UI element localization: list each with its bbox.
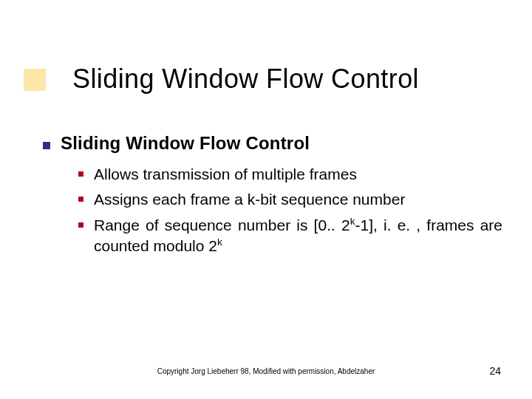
page-number: 24	[489, 365, 501, 377]
point-text: Assigns each frame a k-bit sequence numb…	[94, 189, 502, 210]
list-item: Assigns each frame a k-bit sequence numb…	[78, 189, 502, 210]
square-bullet-icon	[78, 171, 83, 177]
heading-text: Sliding Window Flow Control	[61, 133, 310, 154]
copyright-footer: Copyright Jorg Liebeherr 98, Modified wi…	[0, 367, 532, 375]
list-item: Allows transmission of multiple frames	[78, 164, 502, 185]
slide-title: Sliding Window Flow Control	[72, 64, 419, 95]
slide-body: Sliding Window Flow Control Allows trans…	[43, 133, 502, 261]
list-item: Range of sequence number is [0.. 2k-1], …	[78, 215, 502, 257]
square-bullet-icon	[43, 142, 50, 149]
accent-square	[24, 69, 46, 91]
slide: Sliding Window Flow Control Sliding Wind…	[0, 0, 532, 399]
bullet-level1: Sliding Window Flow Control	[43, 133, 502, 154]
square-bullet-icon	[78, 222, 83, 228]
square-bullet-icon	[78, 197, 83, 202]
point-text: Range of sequence number is [0.. 2k-1], …	[94, 215, 502, 257]
sub-bullets: Allows transmission of multiple frames A…	[78, 164, 502, 256]
point-text: Allows transmission of multiple frames	[94, 164, 502, 185]
